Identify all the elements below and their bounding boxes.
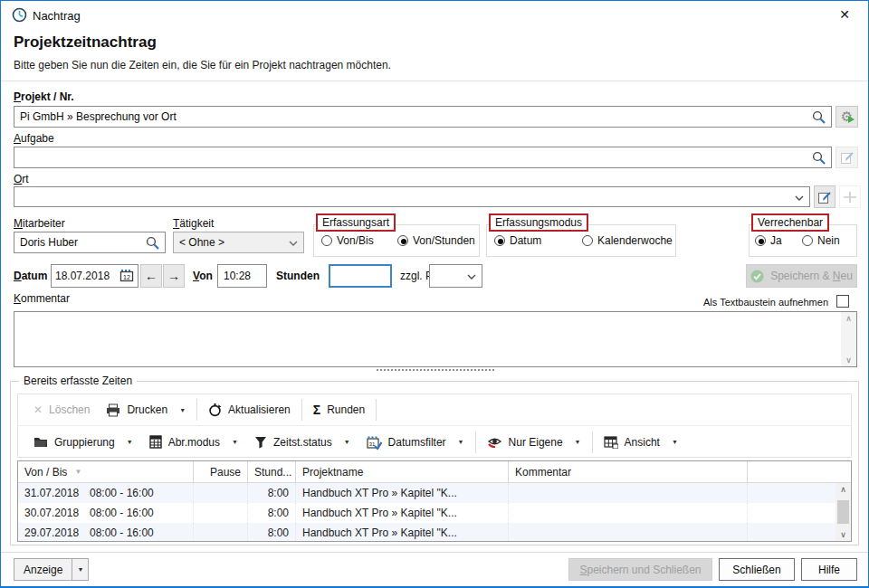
kommentar-scrollbar[interactable]: ∧ ∨ [841, 312, 856, 366]
toolbar-separator [475, 432, 476, 453]
toolbar-separator [592, 432, 593, 453]
radio-icon [321, 235, 332, 246]
caret-down-icon[interactable]: ▼ [127, 439, 133, 445]
note-edit-icon [817, 190, 832, 204]
col-stunden[interactable]: Stund... [248, 461, 296, 482]
ort-tree-button[interactable] [839, 185, 861, 208]
kommentar-label: Kommentar [14, 292, 70, 305]
von-label: Von [193, 270, 213, 282]
radio-icon [582, 235, 593, 246]
search-icon[interactable] [146, 236, 160, 253]
schliessen-button[interactable]: Schließen [719, 558, 795, 581]
radio-kalenderwoche[interactable]: Kalenderwoche [582, 234, 673, 247]
projekt-input[interactable] [14, 106, 832, 128]
splitter-handle[interactable] [377, 369, 494, 371]
anzeige-splitbutton[interactable]: Anzeige ▼ [14, 558, 89, 581]
sort-desc-icon: ▼ [74, 468, 81, 476]
taetigkeit-combobox[interactable]: < Ohne > [173, 232, 304, 253]
stopwatch-icon [208, 403, 222, 417]
calculator-icon [149, 435, 162, 449]
toolbar-separator [196, 399, 197, 421]
datum-field[interactable]: 18.07.2018 12 [51, 264, 138, 288]
search-icon[interactable] [812, 151, 826, 168]
caret-down-icon[interactable]: ▼ [179, 407, 186, 413]
table-view-icon [604, 436, 618, 449]
next-day-button[interactable]: → [163, 264, 185, 288]
caret-down-icon[interactable]: ▼ [458, 439, 464, 445]
page-subtitle: Bitte geben Sie nun die Zeiten ein, die … [14, 59, 391, 71]
runden-button[interactable]: Σ Runden [305, 397, 373, 422]
textbaustein-label: Als Textbaustein aufnehmen [627, 297, 828, 308]
col-von-bis[interactable]: Von / Bis ▼ [18, 461, 194, 482]
chevron-down-icon [289, 236, 298, 249]
mitarbeiter-input[interactable] [14, 232, 166, 253]
table-row[interactable]: 29.07.201808:00 - 16:00 8:00 Handbuch XT… [18, 523, 851, 542]
radio-nein[interactable]: Nein [802, 234, 840, 247]
svg-text:31: 31 [368, 441, 375, 446]
calendar-icon[interactable]: 12 [119, 268, 134, 285]
radio-checked-icon [494, 235, 505, 246]
verrechenbar-group: Verrechenbar Ja Nein [749, 224, 857, 257]
ansicht-button[interactable]: Ansicht ▼ [596, 430, 686, 455]
table-row[interactable]: 30.07.201808:00 - 16:00 8:00 Handbuch XT… [18, 503, 851, 523]
verrechenbar-label: Verrechenbar [754, 216, 826, 229]
prev-day-button[interactable]: ← [140, 264, 162, 288]
speichern-schliessen-button[interactable]: Speichern und Schließen [568, 558, 712, 581]
speichern-neu-button[interactable]: Speichern & Neu [746, 264, 857, 288]
textbaustein-checkbox[interactable] [836, 295, 849, 308]
col-pause[interactable]: Pause [194, 461, 248, 482]
pause-combobox[interactable] [429, 264, 482, 288]
chevron-down-icon [467, 270, 476, 282]
drucken-button[interactable]: Drucken ▼ [98, 397, 194, 422]
chevron-down-icon [795, 191, 804, 204]
scroll-up-icon[interactable]: ∧ [840, 483, 846, 496]
von-input[interactable] [217, 264, 267, 288]
table-row[interactable]: 31.07.201808:00 - 16:00 8:00 Handbuch XT… [18, 483, 851, 503]
project-wizard-button[interactable]: ⚙ [836, 106, 858, 128]
radio-ja[interactable]: Ja [755, 234, 782, 247]
aufgabe-edit-button[interactable] [836, 147, 858, 168]
caret-down-icon[interactable]: ▼ [344, 439, 350, 445]
search-icon[interactable] [812, 110, 826, 128]
radio-checked-icon [755, 235, 766, 246]
caret-down-icon[interactable]: ▼ [575, 439, 581, 445]
gruppierung-button[interactable]: Gruppierung ▼ [25, 430, 141, 455]
radio-checked-icon [397, 235, 408, 246]
loeschen-button[interactable]: ✕ Löschen [25, 397, 98, 422]
stunden-label: Stunden [276, 270, 320, 282]
ort-combobox[interactable] [14, 186, 810, 207]
zeitststatus-button[interactable]: Zeitst.status ▼ [246, 430, 358, 455]
taetigkeit-label: Tätigkeit [173, 217, 214, 230]
hilfe-button[interactable]: Hilfe [801, 558, 857, 581]
kommentar-textarea[interactable]: ∧ ∨ [14, 311, 857, 367]
svg-text:12: 12 [123, 273, 130, 280]
scroll-down-icon[interactable]: ∨ [840, 528, 846, 541]
aufgabe-input[interactable] [14, 147, 832, 168]
caret-down-icon[interactable]: ▼ [672, 439, 678, 445]
caret-down-icon[interactable]: ▼ [232, 439, 238, 445]
taetigkeit-value: < Ohne > [179, 236, 224, 249]
scrollbar-thumb[interactable] [837, 500, 849, 524]
abrmodus-button[interactable]: Abr.modus ▼ [141, 430, 246, 455]
col-kommentar[interactable]: Kommentar [509, 461, 748, 482]
scroll-down-icon[interactable]: ∨ [845, 354, 852, 366]
radio-von-stunden[interactable]: Von/Stunden [397, 234, 475, 247]
col-projektname[interactable]: Projektname [296, 461, 509, 482]
datumsfilter-button[interactable]: 31 Datumsfilter ▼ [358, 430, 473, 455]
radio-icon [802, 235, 813, 246]
close-icon[interactable]: ✕ [832, 5, 857, 24]
scroll-up-icon[interactable]: ∧ [845, 312, 852, 325]
folder-icon [33, 436, 48, 448]
hierarchy-icon [843, 191, 857, 204]
radio-datum[interactable]: Datum [494, 234, 541, 247]
aktualisieren-button[interactable]: Aktualisieren [200, 397, 299, 422]
table-scrollbar[interactable]: ∧ ∨ [836, 483, 851, 541]
anzeige-dropdown[interactable]: ▼ [72, 558, 89, 581]
calendar-filter-icon: 31 [367, 435, 382, 450]
zeiten-table: Von / Bis ▼ Pause Stund... Projektname K… [17, 460, 852, 542]
radio-von-bis[interactable]: Von/Bis [321, 234, 374, 247]
nureigene-button[interactable]: Nur Eigene ▼ [479, 430, 589, 455]
stunden-input[interactable] [329, 264, 392, 288]
anzeige-button[interactable]: Anzeige [14, 558, 72, 581]
ort-edit-button[interactable] [814, 185, 836, 208]
